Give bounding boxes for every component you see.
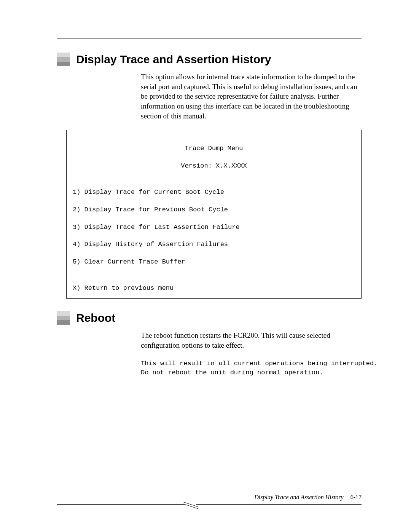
section-heading-trace: Display Trace and Assertion History xyxy=(57,53,362,66)
menu-version: Version: X.X.XXXX xyxy=(73,162,355,171)
footer-page-number: 6-17 xyxy=(350,494,362,500)
warning-line: This will result in all current operatio… xyxy=(141,359,362,368)
menu-item: 1) Display Trace for Current Boot Cycle xyxy=(73,188,355,197)
section2-paragraph: The reboot function restarts the FCR200.… xyxy=(57,331,362,350)
footer-title: Display Trace and Assertion History xyxy=(254,494,343,500)
menu-item: 4) Display History of Assertion Failures xyxy=(73,240,355,249)
menu-title: Trace Dump Menu xyxy=(73,144,355,153)
menu-item: 5) Clear Current Trace Buffer xyxy=(73,258,355,267)
trace-dump-menu-box: Trace Dump Menu Version: X.X.XXXX 1) Dis… xyxy=(66,130,362,299)
heading-text: Display Trace and Assertion History xyxy=(76,53,271,66)
heading-text: Reboot xyxy=(76,312,115,324)
heading-marker-icon xyxy=(57,53,70,66)
footer-divider xyxy=(57,504,362,509)
menu-item: 2) Display Trace for Previous Boot Cycle xyxy=(73,206,355,214)
menu-item: 3) Display Trace for Last Assertion Fail… xyxy=(73,223,355,232)
heading-marker-icon xyxy=(57,311,70,325)
menu-exit: X) Return to previous menu xyxy=(73,284,355,293)
page-footer: Display Trace and Assertion History 6-17 xyxy=(57,505,362,509)
section1-paragraph: This option allows for internal trace st… xyxy=(57,72,362,121)
section-heading-reboot: Reboot xyxy=(57,312,362,324)
reboot-warning: This will result in all current operatio… xyxy=(57,359,362,377)
warning-line: Do not reboot the unit during normal ope… xyxy=(141,368,362,377)
top-divider xyxy=(57,38,362,39)
